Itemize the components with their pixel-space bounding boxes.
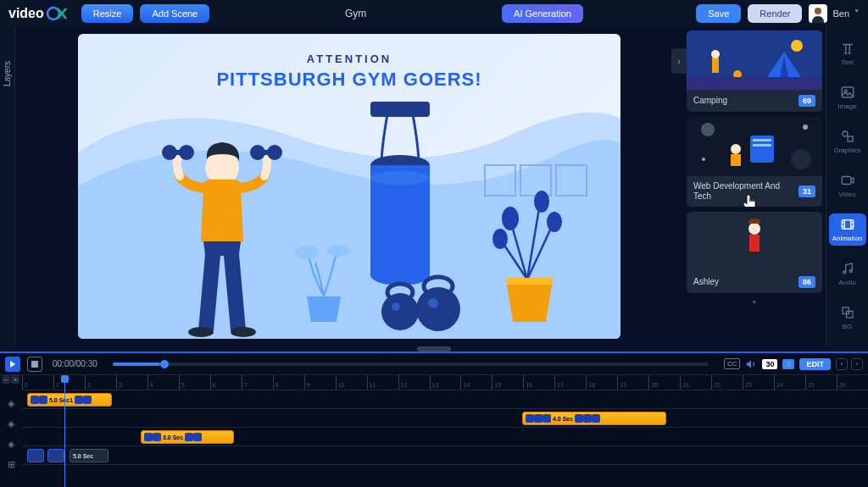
user-menu[interactable]: Ben ˅: [809, 4, 860, 23]
clip-1[interactable]: 4.0 Sec: [522, 412, 666, 425]
template-card-camping[interactable]: Camping 69: [687, 30, 822, 112]
timeline-scrubber[interactable]: [113, 362, 709, 366]
timeline-track-0: 5.0 Sec1: [22, 390, 868, 409]
save-button[interactable]: Save: [696, 4, 741, 23]
chevron-down-icon: ˅: [854, 8, 860, 19]
svg-point-13: [492, 229, 508, 249]
timeline-track-2: 3.0 Sec: [22, 428, 868, 446]
track-icon-2[interactable]: ◈: [0, 414, 22, 433]
canvas-headline[interactable]: ATTENTION PITTSBURGH GYM GOERS!: [216, 53, 481, 91]
svg-point-42: [702, 158, 705, 161]
video-canvas[interactable]: ATTENTION PITTSBURGH GYM GOERS!: [78, 34, 620, 339]
svg-rect-52: [755, 252, 758, 265]
svg-rect-51: [751, 252, 754, 265]
render-button[interactable]: Render: [748, 4, 802, 23]
clip-0[interactable]: 5.0 Sec1: [27, 393, 112, 407]
svg-point-1: [815, 8, 821, 14]
svg-point-41: [803, 125, 808, 130]
template-card-ashley[interactable]: Ashley 86: [687, 212, 822, 293]
svg-point-16: [326, 245, 350, 257]
svg-point-55: [843, 131, 848, 136]
zoom-out-button[interactable]: −: [2, 375, 10, 384]
clip-3[interactable]: 5.0 Sec: [70, 449, 108, 462]
avatar: [809, 4, 827, 23]
edit-button[interactable]: EDIT: [799, 358, 831, 370]
svg-point-49: [748, 223, 760, 235]
svg-rect-45: [753, 144, 771, 147]
svg-rect-57: [842, 177, 851, 185]
app-logo: video: [8, 6, 68, 21]
svg-rect-62: [846, 312, 853, 318]
fps-input[interactable]: 30: [762, 359, 777, 369]
panel-resize-handle[interactable]: [417, 346, 451, 351]
layers-panel-tab[interactable]: Layers: [0, 27, 15, 346]
svg-rect-58: [842, 220, 854, 230]
svg-point-26: [179, 145, 194, 160]
prev-button[interactable]: ‹: [836, 358, 848, 370]
track-icon-4[interactable]: ⊞: [0, 455, 22, 473]
timeline-track-1: 4.0 Sec: [22, 409, 868, 428]
svg-point-10: [502, 207, 519, 230]
ai-generation-button[interactable]: AI Generation: [502, 4, 583, 23]
tool-graphics[interactable]: Graphics: [829, 125, 866, 158]
timeline: 00:00/00:30 CC 30 S EDIT ‹ › − + ◈ ◈: [0, 351, 868, 487]
svg-point-11: [534, 191, 549, 213]
add-scene-button[interactable]: Add Scene: [140, 4, 209, 23]
clip-audio-a[interactable]: [27, 449, 44, 462]
svg-rect-50: [749, 235, 760, 252]
resize-button[interactable]: Resize: [81, 4, 134, 23]
svg-point-33: [791, 40, 803, 52]
svg-point-19: [392, 302, 400, 311]
svg-point-31: [231, 327, 256, 337]
svg-rect-14: [506, 278, 553, 285]
svg-rect-63: [31, 361, 38, 368]
timeline-ruler[interactable]: 0123456789101112131415161718192021222324…: [22, 375, 868, 390]
svg-rect-47: [731, 154, 741, 166]
tool-bg[interactable]: BG: [829, 302, 866, 334]
expand-chevron-icon[interactable]: ˅: [687, 298, 822, 313]
main-area: Layers: [0, 27, 868, 346]
svg-point-18: [381, 293, 419, 330]
svg-rect-35: [712, 58, 719, 73]
svg-rect-37: [687, 77, 822, 90]
svg-point-15: [295, 246, 319, 259]
tool-audio[interactable]: Audio: [829, 257, 866, 290]
track-icon-3[interactable]: ◈: [0, 434, 22, 453]
next-button[interactable]: ›: [851, 358, 863, 370]
svg-point-39: [701, 123, 715, 136]
project-title: Gym: [273, 8, 439, 19]
cc-button[interactable]: CC: [724, 358, 741, 369]
template-card-webdev[interactable]: Web Development And Tech 31: [687, 117, 822, 207]
playhead[interactable]: [64, 375, 65, 487]
svg-point-30: [188, 327, 214, 337]
svg-point-40: [791, 149, 811, 169]
zoom-in-button[interactable]: +: [11, 375, 19, 384]
timeline-controls: 00:00/00:30 CC 30 S EDIT ‹ ›: [0, 353, 868, 375]
svg-rect-44: [753, 139, 771, 141]
cursor-icon: [743, 195, 758, 207]
svg-point-59: [843, 271, 845, 274]
svg-rect-56: [848, 136, 853, 141]
tools-sidebar: Text Image Graphics Video Animation Audi…: [826, 27, 868, 346]
svg-point-29: [267, 145, 282, 160]
tool-image[interactable]: Image: [829, 81, 866, 113]
svg-point-60: [849, 270, 852, 273]
tool-video[interactable]: Video: [829, 169, 866, 202]
clip-2[interactable]: 3.0 Sec: [141, 430, 234, 444]
volume-icon[interactable]: [745, 358, 757, 370]
svg-point-46: [731, 144, 741, 154]
timeline-track-3: 5.0 Sec: [22, 446, 868, 465]
clip-audio-b[interactable]: [47, 449, 64, 462]
tool-text[interactable]: Text: [829, 37, 866, 69]
time-display: 00:00/00:30: [53, 359, 97, 368]
svg-point-9: [370, 171, 430, 185]
timeline-tracks[interactable]: 0123456789101112131415161718192021222324…: [22, 375, 868, 487]
svg-point-36: [711, 50, 720, 58]
play-button[interactable]: [5, 357, 20, 372]
stop-button[interactable]: [27, 357, 42, 372]
svg-rect-5: [370, 102, 430, 117]
tool-animation[interactable]: Animation: [829, 213, 866, 246]
panel-collapse-button[interactable]: ›: [671, 48, 687, 74]
track-icon-1[interactable]: ◈: [0, 394, 22, 412]
canvas-area: ATTENTION PITTSBURGH GYM GOERS! ›: [15, 27, 683, 346]
